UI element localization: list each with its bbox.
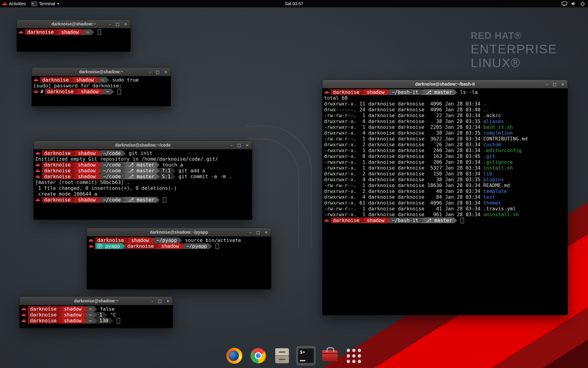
prompt-segment-user: darknoise [42, 162, 73, 168]
powerline-arrow-icon [84, 318, 87, 324]
powerline-arrow-icon [156, 162, 160, 168]
powerline-arrow-icon [173, 168, 176, 174]
redhat-prompt-icon [36, 151, 40, 155]
file-meta-text: drwxrwxr-x. 4 darknoise darknoise 38 Jan… [323, 118, 483, 124]
chevron-down-icon [57, 3, 59, 5]
terminal-output-line: -rwxrwxr-x. 1 darknoise darknoise 240 Ja… [323, 148, 567, 153]
dock-firefox-icon[interactable] [224, 346, 244, 366]
desktop[interactable]: RED HAT® ENTERPRISE LINUX® darknoise@sha… [0, 0, 588, 368]
window-maximize-button[interactable]: □ [116, 22, 119, 26]
window-minimize-button[interactable]: – [546, 82, 548, 86]
terminal-cursor [117, 318, 120, 324]
app-grid-dot [352, 349, 356, 352]
window-minimize-button[interactable]: – [151, 299, 153, 303]
powerline-arrow-icon [98, 151, 101, 156]
terminal-body[interactable]: darknoiseshadow~ [17, 28, 130, 52]
prompt-segment-user: darknoise [25, 29, 56, 35]
file-name: plugins [483, 177, 504, 182]
file-name: bash_it.sh [483, 124, 513, 130]
prompt-segment-host: shadow [129, 237, 151, 243]
file-name: test [483, 194, 495, 200]
volume-icon[interactable] [571, 2, 576, 6]
terminal-output-line: drwxrwxr-x. 4 darknoise darknoise 38 Jan… [323, 177, 567, 182]
file-name: CONTRIBUTING.md [483, 136, 528, 142]
prompt-segment-path: ~/bash-it [390, 217, 421, 223]
terminal-body[interactable]: darknoiseshadow~/codegit initInitialized… [34, 149, 252, 220]
window-close-button[interactable]: × [164, 70, 168, 74]
terminal-body[interactable]: darknoiseshadow~/pyappsource bin/activat… [87, 236, 271, 289]
window-close-button[interactable]: × [561, 82, 564, 86]
prompt-segment-path: ~ [84, 29, 92, 35]
terminal-output-line: drwxrwxr-x. 4 darknoise darknoise 38 Jan… [323, 118, 567, 124]
terminal-body[interactable]: darknoiseshadow~falsedarknoiseshadow~1^C… [20, 305, 173, 328]
terminal-window-2: darknoise@shadow:~–□×darknoiseshadow~sud… [32, 67, 171, 106]
display-icon[interactable] [562, 2, 567, 6]
window-close-button[interactable]: × [265, 230, 268, 234]
powerline-arrow-icon [98, 174, 101, 179]
output-text: 1 file changed, 0 insertions(+), 0 delet… [35, 185, 177, 191]
window-maximize-button[interactable]: □ [237, 143, 241, 147]
file-name: .. [483, 107, 489, 113]
window-maximize-button[interactable]: □ [158, 299, 162, 303]
powerline-arrow-icon [81, 29, 84, 35]
powerline-arrow-icon [98, 162, 101, 168]
prompt-segment-path: ~ [87, 306, 94, 312]
terminal-output-line: -rwxrwxr-x. 1 darknoise darknoise 961 Ja… [323, 212, 567, 217]
file-meta-text: -rwxrwxr-x. 1 darknoise darknoise 5327 J… [323, 165, 483, 171]
dock-app-grid-icon[interactable] [344, 346, 364, 366]
window-title: darknoise@shadow:~/code [34, 141, 252, 149]
prompt-segment-path: ~/code [101, 174, 123, 179]
window-maximize-button[interactable]: □ [156, 70, 160, 74]
output-text: create mode 100644 a [35, 191, 97, 197]
window-titlebar[interactable]: darknoise@shadow:~–□× [32, 67, 171, 76]
window-close-button[interactable]: × [124, 22, 127, 26]
activities-button[interactable]: Activities [0, 0, 28, 7]
prompt-segment-user: darknoise [42, 168, 73, 174]
window-maximize-button[interactable]: □ [553, 82, 556, 86]
window-close-button[interactable]: × [166, 299, 170, 303]
dock: $> [224, 346, 364, 366]
app-menu-terminal[interactable]: Terminal [28, 0, 62, 7]
window-minimize-button[interactable]: – [109, 22, 111, 26]
file-name: .gitignore [483, 159, 513, 165]
power-icon[interactable] [580, 2, 585, 6]
prompt-segment-user: darknoise [95, 237, 126, 243]
dock-chrome-icon[interactable] [248, 346, 268, 366]
window-controls: –□× [151, 297, 170, 305]
prompt-segment-git: ⎇ master [126, 197, 156, 203]
terminal-body[interactable]: darknoiseshadow~sudo true[sudo] password… [32, 76, 171, 106]
activities-label: Activities [9, 1, 26, 6]
window-minimize-button[interactable]: – [231, 143, 233, 147]
window-close-button[interactable]: × [246, 143, 249, 147]
terminal-output-line: -rwxrwxr-x. 1 darknoise darknoise 206 Ja… [323, 159, 567, 165]
terminal-output-line: drwx------. 24 darknoise darknoise 4096 … [323, 107, 567, 113]
window-controls: –□× [149, 67, 168, 76]
window-titlebar[interactable]: darknoise@shadow:~–□× [17, 20, 130, 29]
file-meta-text: -rwxrwxr-x. 1 darknoise darknoise 240 Ja… [323, 148, 483, 153]
window-minimize-button[interactable]: – [149, 70, 151, 74]
terminal-output-line: [master (root-commit) 50bcb63] . [35, 179, 251, 185]
powerline-arrow-icon [73, 162, 76, 168]
file-name: completion [483, 130, 513, 136]
window-minimize-button[interactable]: – [250, 230, 252, 234]
terminal-body[interactable]: darknoiseshadow~/bash-it⎇ masterls -lato… [322, 88, 567, 315]
window-titlebar[interactable]: darknoise@shadow:~/pyapp–□× [87, 228, 271, 237]
dock-files-icon[interactable] [272, 346, 292, 366]
app-grid-dot [358, 360, 361, 363]
window-maximize-button[interactable]: □ [256, 230, 260, 234]
powerline-arrow-icon [110, 318, 113, 324]
file-name: .ackrc [483, 113, 501, 118]
window-titlebar[interactable]: darknoise@shadow:~/code–□× [34, 141, 252, 150]
redhat-prompt-icon [21, 319, 26, 323]
window-titlebar[interactable]: darknoise@shadow:~/bash-it–□× [322, 80, 567, 89]
terminal-window-1: darknoise@shadow:~–□×darknoiseshadow~ [17, 20, 130, 52]
dock-terminal-icon[interactable]: $> [296, 346, 316, 366]
prompt-segment-user: darknoise [28, 318, 59, 324]
clock[interactable]: Sat 03:57 [285, 0, 303, 7]
window-titlebar[interactable]: darknoise@shadow:~–□× [20, 297, 173, 305]
dock-toolbox-icon[interactable] [320, 346, 340, 366]
redhat-prompt-icon [89, 238, 93, 242]
prompt-segment-path: ~/bash-it [390, 89, 421, 95]
prompt-segment-host: shadow [76, 197, 98, 203]
file-name: lib [483, 171, 492, 177]
